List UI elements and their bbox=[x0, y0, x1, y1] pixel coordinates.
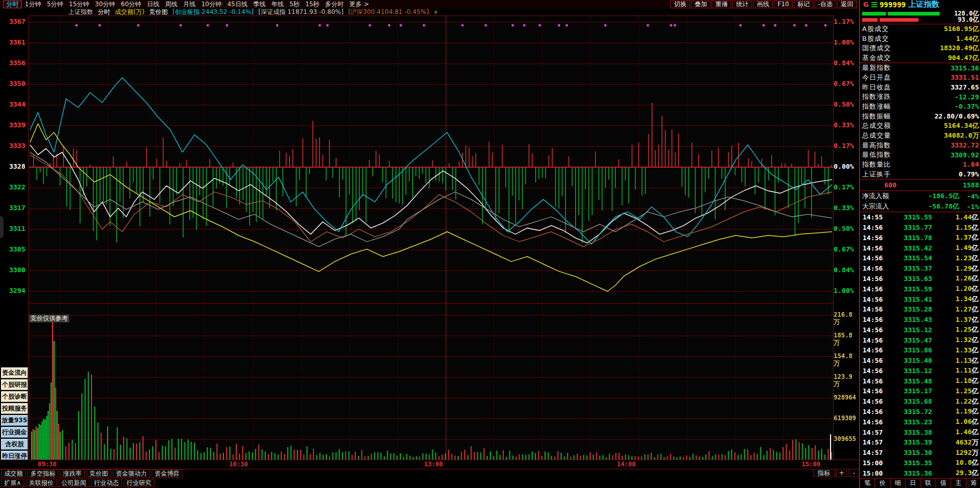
tick-row[interactable]: 14:573315.381.46亿 bbox=[860, 427, 980, 437]
tab-资金博弈[interactable]: 资金博弈 bbox=[152, 469, 183, 478]
tick-row[interactable]: 14:563315.171.25亿 bbox=[860, 386, 980, 396]
tab-行业动态[interactable]: 行业动态 bbox=[91, 479, 122, 487]
row-value: 3315.36 bbox=[951, 64, 979, 72]
breadth-row: 涨家数 600 跌家数 1588 bbox=[860, 180, 980, 191]
action-button-F10[interactable]: F10 bbox=[774, 1, 792, 8]
tick-unit: 亿 bbox=[972, 377, 978, 385]
tick-row[interactable]: 14:563315.121.11亿 bbox=[860, 366, 980, 376]
row-value: 1.44亿 bbox=[956, 34, 979, 43]
tab-行业研究[interactable]: 行业研究 bbox=[124, 479, 155, 487]
sidebar-button-放量935[interactable]: 放量935 bbox=[1, 415, 28, 426]
mini-tab-细[interactable]: 细 bbox=[891, 479, 906, 488]
action-button--自选[interactable]: -自选 bbox=[815, 1, 836, 8]
tick-row[interactable]: 14:573315.394632万 bbox=[860, 437, 980, 448]
period-tab-1分钟[interactable]: 1分钟 bbox=[22, 1, 44, 8]
sidebar-button-含权股[interactable]: 含权股 bbox=[1, 439, 28, 450]
sidebar-button-投顾服务[interactable]: 投顾服务 bbox=[1, 403, 28, 414]
sidebar-collapse-handle[interactable] bbox=[0, 216, 4, 238]
indicator-button[interactable]: 指标 bbox=[813, 469, 835, 477]
tab-资金驱动力[interactable]: 资金驱动力 bbox=[113, 469, 150, 478]
intraday-chart[interactable] bbox=[28, 16, 834, 469]
tab-关联报价[interactable]: 关联报价 bbox=[26, 479, 57, 487]
tick-row[interactable]: 15:003315.3629.3亿 bbox=[860, 468, 980, 478]
mini-tab-联[interactable]: 联 bbox=[921, 479, 936, 488]
tab-扩展∧[interactable]: 扩展∧ bbox=[1, 479, 24, 487]
tick-row[interactable]: 14:573315.301292万 bbox=[860, 448, 980, 458]
tick-row[interactable]: 14:563315.431.37亿 bbox=[860, 315, 980, 325]
action-button-画线[interactable]: 画线 bbox=[753, 1, 773, 8]
period-tab-5分钟[interactable]: 5分钟 bbox=[44, 1, 66, 8]
mini-tab-日[interactable]: 日 bbox=[906, 479, 921, 488]
tick-time: 14:57 bbox=[863, 428, 889, 436]
tick-row[interactable]: 14:563315.411.34亿 bbox=[860, 294, 980, 304]
tab-竞价图[interactable]: 竞价图 bbox=[86, 469, 111, 478]
action-button-标记[interactable]: 标记 bbox=[794, 1, 813, 8]
tick-unit: 亿 bbox=[972, 254, 978, 262]
tick-row[interactable]: 14:563315.281.27亿 bbox=[860, 304, 980, 315]
tab-成交额[interactable]: 成交额 bbox=[1, 469, 26, 478]
tick-row[interactable]: 14:563315.771.15亿 bbox=[860, 223, 980, 233]
action-button-叠加[interactable]: 叠加 bbox=[691, 1, 711, 8]
stat-row: 昨日收盘3327.65 bbox=[860, 82, 980, 92]
tick-row[interactable]: 14:563315.371.29亿 bbox=[860, 263, 980, 274]
tick-row[interactable]: 14:563315.471.32亿 bbox=[860, 335, 980, 345]
menu-icon[interactable] bbox=[871, 2, 877, 7]
period-tab-季线[interactable]: 季线 bbox=[251, 1, 268, 8]
tick-row[interactable]: 14:563315.681.22亿 bbox=[860, 396, 980, 407]
price-tick: 3311 bbox=[0, 225, 25, 232]
period-tab-15分钟[interactable]: 15分钟 bbox=[66, 1, 92, 8]
period-tab-周线[interactable]: 周线 bbox=[162, 1, 180, 8]
action-button-统计[interactable]: 统计 bbox=[732, 1, 752, 8]
tick-row[interactable]: 14:563315.421.49亿 bbox=[860, 243, 980, 253]
tick-row[interactable]: 14:563315.061.33亿 bbox=[860, 345, 980, 356]
tab-多空指标[interactable]: 多空指标 bbox=[27, 469, 58, 478]
period-tab-5秒[interactable]: 5秒 bbox=[287, 1, 303, 8]
tick-price: 3315.17 bbox=[889, 387, 946, 395]
period-tab-45日线[interactable]: 45日线 bbox=[224, 1, 250, 8]
mini-tab-笔[interactable]: 笔 bbox=[860, 479, 875, 488]
tick-row[interactable]: 14:563315.481.18亿 bbox=[860, 376, 980, 386]
sidebar-button-个股诊断[interactable]: 个股诊断 bbox=[1, 391, 28, 402]
tick-row[interactable]: 14:563315.401.13亿 bbox=[860, 356, 980, 366]
tick-row[interactable]: 14:563315.591.20亿 bbox=[860, 284, 980, 294]
period-tab-60分钟[interactable]: 60分钟 bbox=[118, 1, 144, 8]
row-value: 18320.49亿 bbox=[940, 43, 979, 53]
action-button-切换[interactable]: 切换 bbox=[670, 1, 690, 8]
zoom-out-button[interactable]: - bbox=[849, 469, 860, 477]
tab-公司新闻[interactable]: 公司新闻 bbox=[58, 479, 89, 487]
period-tab-15秒[interactable]: 15秒 bbox=[303, 1, 322, 8]
tick-unit: 亿 bbox=[972, 428, 978, 436]
row-label: 指数涨跌 bbox=[862, 92, 891, 101]
period-tab-日线[interactable]: 日线 bbox=[144, 1, 162, 8]
action-button-重播[interactable]: 重播 bbox=[712, 1, 731, 8]
zoom-in-button[interactable]: + bbox=[836, 469, 847, 477]
tick-row[interactable]: 14:553315.551.44亿 bbox=[860, 212, 980, 223]
period-tab-多分时[interactable]: 多分时 bbox=[323, 1, 346, 8]
sidebar-button-资金流向[interactable]: 资金流向 bbox=[1, 367, 28, 378]
action-button-返回[interactable]: 返回 bbox=[837, 1, 857, 8]
mini-tab-值[interactable]: 值 bbox=[936, 479, 951, 488]
period-tab-30分钟[interactable]: 30分钟 bbox=[93, 1, 118, 8]
mini-tab-价[interactable]: 价 bbox=[875, 479, 890, 488]
tick-volume: 1.23亿 bbox=[946, 254, 978, 263]
tick-row[interactable]: 14:563315.541.23亿 bbox=[860, 253, 980, 263]
tab-涨跌率[interactable]: 涨跌率 bbox=[60, 469, 85, 478]
tick-row[interactable]: 14:563315.781.37亿 bbox=[860, 233, 980, 243]
tick-list[interactable]: 14:553315.551.44亿14:563315.771.15亿14:563… bbox=[860, 212, 980, 478]
sidebar-button-行业掘金[interactable]: 行业掘金 bbox=[1, 427, 28, 438]
mini-tab-筹[interactable]: 筹 bbox=[967, 479, 980, 488]
tick-row[interactable]: 14:563315.121.25亿 bbox=[860, 324, 980, 335]
mini-tab-主[interactable]: 主 bbox=[951, 479, 966, 488]
period-tab-分时[interactable]: 分时 bbox=[3, 1, 22, 8]
period-tab-月线[interactable]: 月线 bbox=[180, 1, 198, 8]
period-tab-年线[interactable]: 年线 bbox=[269, 1, 287, 8]
sidebar-button-个股研报[interactable]: 个股研报 bbox=[1, 379, 28, 390]
tick-row[interactable]: 14:563315.231.06亿 bbox=[860, 417, 980, 427]
period-tab-10分钟[interactable]: 10分钟 bbox=[199, 1, 224, 8]
period-tab-更多 >[interactable]: 更多 > bbox=[347, 1, 372, 8]
tick-row[interactable]: 14:563315.721.19亿 bbox=[860, 407, 980, 417]
tick-row[interactable]: 15:003315.3510.8亿 bbox=[860, 457, 980, 468]
volume-tick: 185.8万 bbox=[834, 332, 858, 339]
tick-row[interactable]: 14:563315.631.26亿 bbox=[860, 274, 980, 284]
row-value: 904.47亿 bbox=[948, 53, 979, 63]
